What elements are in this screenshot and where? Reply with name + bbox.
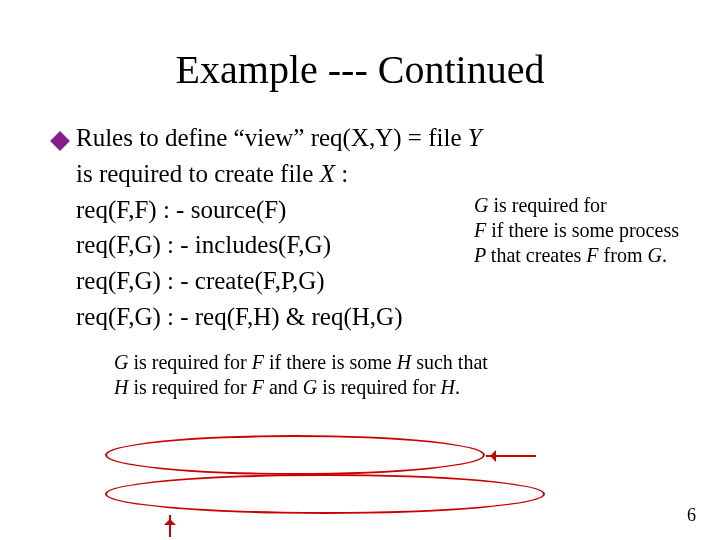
bullet-body: Rules to define “view” req(X,Y) = file Y… xyxy=(76,121,482,336)
sn-f: F xyxy=(474,219,491,241)
content: Rules to define “view” req(X,Y) = file Y… xyxy=(50,121,670,400)
sn-t4: from xyxy=(604,244,648,266)
rule-1: req(F,F) : - source(F) xyxy=(76,193,482,227)
diamond-bullet-icon xyxy=(50,131,70,151)
bn-h3: H xyxy=(441,376,455,398)
sn-t2: if there is some process xyxy=(491,219,679,241)
callout-oval-1 xyxy=(105,435,485,475)
bn-f: F xyxy=(252,351,269,373)
arrow-icon xyxy=(486,455,536,457)
bottom-annotation: G is required for F if there is some H s… xyxy=(114,350,674,400)
lead-var-y: Y xyxy=(468,124,482,151)
sn-f2: F xyxy=(586,244,603,266)
lead-line-2: is required to create file X : xyxy=(76,157,482,191)
bn-t6: is required for xyxy=(322,376,440,398)
lead-text-2: is required to create file xyxy=(76,160,320,187)
rule-2: req(F,G) : - includes(F,G) xyxy=(76,228,482,262)
bn-t5: and xyxy=(269,376,303,398)
lead-line-1: Rules to define “view” req(X,Y) = file Y xyxy=(76,121,482,155)
lead-text-1: Rules to define “view” req(X,Y) = file xyxy=(76,124,468,151)
sn-t3: that creates xyxy=(491,244,587,266)
sn-g2: G xyxy=(647,244,661,266)
bn-t1: is required for xyxy=(133,351,251,373)
rule-3: req(F,G) : - create(F,P,G) xyxy=(76,264,482,298)
lead-var-x: X xyxy=(320,160,335,187)
page-number: 6 xyxy=(687,505,696,526)
rule-4: req(F,G) : - req(F,H) & req(H,G) xyxy=(76,300,482,334)
bn-g: G xyxy=(114,351,133,373)
bn-h2: H xyxy=(114,376,133,398)
slide: Example --- Continued Rules to define “v… xyxy=(0,0,720,540)
slide-title: Example --- Continued xyxy=(50,46,670,93)
sn-t1: is required for xyxy=(488,194,606,216)
bn-t7: . xyxy=(455,376,460,398)
bn-g2: G xyxy=(303,376,322,398)
bn-t3: such that xyxy=(411,351,488,373)
sn-p: P xyxy=(474,244,491,266)
bn-t2: if there is some xyxy=(269,351,397,373)
bn-f2: F xyxy=(252,376,269,398)
sn-t5: . xyxy=(662,244,667,266)
bn-t4: is required for xyxy=(133,376,251,398)
side-annotation: G is required for F if there is some pro… xyxy=(474,193,688,268)
sn-g: G xyxy=(474,194,488,216)
bn-h: H xyxy=(397,351,411,373)
lead-colon: : xyxy=(335,160,348,187)
callout-oval-2 xyxy=(105,474,545,514)
arrow-icon xyxy=(169,515,171,537)
